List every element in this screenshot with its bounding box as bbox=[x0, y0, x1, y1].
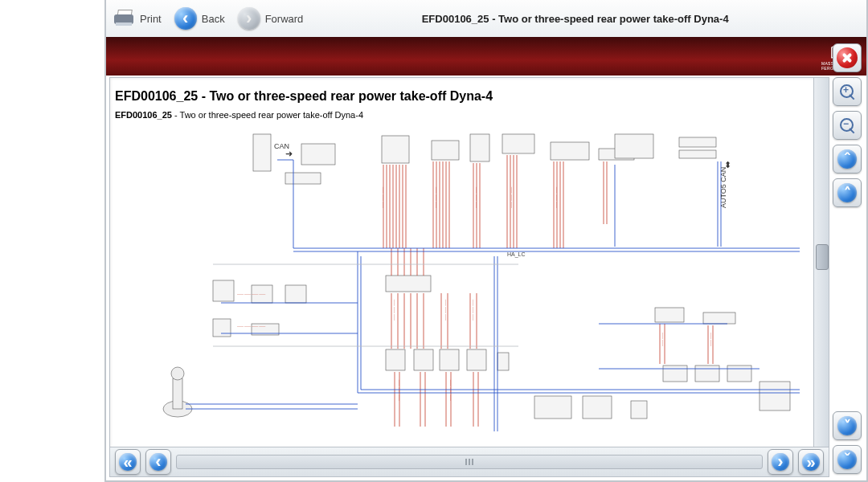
zoom-in-icon bbox=[838, 83, 856, 100]
forward-arrow-icon bbox=[238, 7, 260, 30]
svg-rect-26 bbox=[695, 366, 719, 382]
diagram-label-autocan: AUTO5 CAN bbox=[719, 167, 727, 208]
close-icon bbox=[837, 47, 858, 68]
svg-text:—— —— ——: —— —— —— bbox=[554, 187, 558, 208]
svg-text:—— —— ——: —— —— —— bbox=[509, 187, 513, 208]
svg-rect-3 bbox=[382, 136, 409, 163]
horizontal-scrollbar[interactable] bbox=[176, 455, 763, 469]
svg-rect-1 bbox=[301, 144, 335, 165]
svg-text:—— —— ——: —— —— —— bbox=[433, 187, 437, 208]
svg-rect-7 bbox=[551, 142, 589, 160]
svg-rect-0 bbox=[253, 134, 271, 171]
scroll-bottom-button[interactable] bbox=[833, 445, 862, 474]
svg-text:⬍: ⬍ bbox=[724, 160, 731, 170]
svg-rect-14 bbox=[285, 285, 306, 303]
svg-text:—— —— —— ——: —— —— —— —— bbox=[237, 292, 265, 296]
chevron-down-icon bbox=[837, 416, 857, 435]
svg-rect-30 bbox=[583, 396, 612, 419]
svg-text:—— —— ——: —— —— —— bbox=[380, 187, 384, 208]
chevron-up-icon bbox=[837, 183, 857, 202]
svg-rect-28 bbox=[760, 382, 790, 411]
document-heading: EFD00106_25 - Two or three-speed rear po… bbox=[115, 89, 809, 104]
svg-rect-24 bbox=[703, 312, 735, 324]
svg-rect-25 bbox=[663, 366, 687, 382]
close-button[interactable] bbox=[833, 43, 862, 72]
forward-button[interactable]: Forward bbox=[238, 7, 304, 30]
svg-rect-22 bbox=[497, 353, 509, 370]
document-sub-desc: - Two or three-speed rear power take-off… bbox=[172, 110, 363, 120]
svg-rect-11 bbox=[679, 150, 716, 158]
bottom-nav-bar bbox=[110, 447, 829, 476]
vertical-scrollbar[interactable] bbox=[813, 78, 829, 447]
svg-rect-18 bbox=[386, 349, 405, 370]
vertical-scrollbar-thumb[interactable] bbox=[816, 244, 829, 270]
wiring-diagram[interactable]: CAN ➜ AUTO5 CAN ⬍ HA_LC —— —— —— —— —— —… bbox=[115, 128, 809, 433]
svg-rect-19 bbox=[414, 349, 433, 370]
svg-rect-33 bbox=[173, 378, 182, 409]
prev-page-button[interactable] bbox=[145, 449, 171, 475]
svg-text:—— —— ——: —— —— —— bbox=[448, 380, 452, 401]
scroll-down-button[interactable] bbox=[833, 411, 862, 440]
svg-rect-5 bbox=[470, 134, 489, 161]
back-arrow-icon bbox=[174, 7, 197, 30]
svg-text:➜: ➜ bbox=[285, 149, 293, 158]
printer-icon bbox=[113, 10, 135, 27]
svg-rect-9 bbox=[615, 134, 653, 158]
double-chevron-left-icon bbox=[119, 453, 137, 471]
svg-rect-10 bbox=[679, 137, 716, 147]
chevron-left-icon bbox=[149, 453, 167, 471]
chevron-right-icon bbox=[772, 453, 789, 471]
svg-text:—— —— ——: —— —— —— bbox=[396, 380, 400, 401]
double-chevron-right-icon bbox=[802, 453, 820, 471]
forward-label: Forward bbox=[265, 13, 304, 25]
svg-rect-15 bbox=[213, 319, 231, 337]
svg-text:—— —— ——: —— —— —— bbox=[391, 300, 395, 321]
last-page-button[interactable] bbox=[798, 449, 824, 475]
content-panel: EFD00106_25 - Two or three-speed rear po… bbox=[109, 77, 829, 477]
svg-text:—— —— ——: —— —— —— bbox=[443, 300, 447, 321]
page-title: EFD00106_25 - Two or three-speed rear po… bbox=[316, 13, 834, 25]
svg-point-34 bbox=[171, 367, 184, 380]
brand-band: MASSEY FERGUSON bbox=[106, 37, 866, 76]
document-sub-code: EFD00106_25 bbox=[115, 110, 172, 120]
svg-rect-31 bbox=[631, 401, 647, 419]
print-label: Print bbox=[140, 13, 162, 25]
zoom-out-icon bbox=[838, 116, 856, 134]
horizontal-scrollbar-grip[interactable] bbox=[462, 457, 477, 467]
double-chevron-up-icon bbox=[837, 149, 857, 169]
print-button[interactable]: Print bbox=[113, 10, 162, 27]
svg-text:—— —— —— ——: —— —— —— —— bbox=[237, 324, 265, 328]
svg-text:—— —— ——: —— —— —— bbox=[473, 187, 477, 208]
zoom-out-button[interactable] bbox=[833, 111, 862, 140]
double-chevron-down-icon bbox=[837, 450, 857, 469]
svg-text:—— ——: —— —— bbox=[660, 333, 664, 346]
svg-rect-12 bbox=[213, 280, 234, 301]
scroll-top-button[interactable] bbox=[833, 145, 862, 174]
next-page-button[interactable] bbox=[768, 449, 793, 475]
content-scroll-view[interactable]: EFD00106_25 - Two or three-speed rear po… bbox=[110, 78, 814, 447]
side-tool-column bbox=[831, 39, 863, 477]
svg-text:—— ——: —— —— bbox=[708, 333, 712, 346]
svg-rect-27 bbox=[727, 366, 751, 382]
svg-rect-20 bbox=[440, 349, 459, 370]
svg-rect-17 bbox=[386, 276, 431, 292]
zoom-in-button[interactable] bbox=[833, 77, 862, 106]
top-toolbar: Print Back Forward EFD00106_25 - Two or … bbox=[106, 0, 866, 38]
diagram-label-halc: HA_LC bbox=[507, 251, 526, 258]
svg-rect-2 bbox=[285, 173, 321, 184]
document-subheading: EFD00106_25 - Two or three-speed rear po… bbox=[115, 110, 809, 120]
svg-text:—— —— ——: —— —— —— bbox=[470, 300, 474, 321]
svg-rect-29 bbox=[534, 396, 571, 419]
svg-rect-6 bbox=[502, 134, 534, 153]
back-label: Back bbox=[202, 13, 225, 25]
svg-rect-4 bbox=[432, 141, 459, 160]
svg-rect-23 bbox=[655, 308, 684, 322]
back-button[interactable]: Back bbox=[174, 7, 225, 30]
first-page-button[interactable] bbox=[115, 449, 141, 475]
svg-rect-21 bbox=[467, 349, 486, 370]
viewer-frame: Print Back Forward EFD00106_25 - Two or … bbox=[104, 0, 868, 482]
scroll-up-button[interactable] bbox=[833, 178, 862, 207]
